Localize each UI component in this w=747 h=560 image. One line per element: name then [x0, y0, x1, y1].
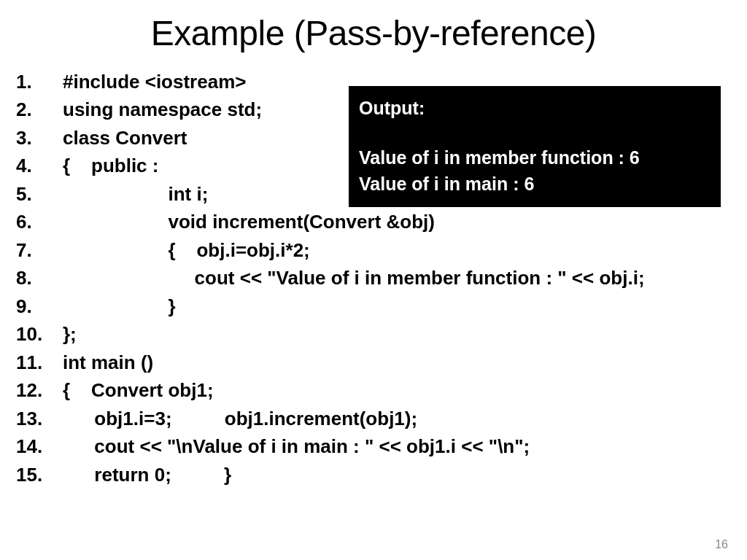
output-line: Value of i in main : 6	[359, 171, 711, 197]
code-line: { obj.i=obj.i*2;	[15, 236, 732, 264]
code-text: cout << "\nValue of i in main : " << obj…	[50, 432, 530, 460]
code-text: { public :	[50, 152, 158, 179]
code-text: obj1.i=3; obj1.increment(obj1);	[50, 405, 417, 432]
code-text: #include <iostream>	[50, 68, 246, 96]
output-label: Output:	[359, 95, 711, 121]
code-text: class Convert	[50, 124, 187, 152]
code-line: cout << "Value of i in member function :…	[15, 264, 732, 292]
page-number: 16	[715, 538, 728, 551]
output-box: Output: Value of i in member function : …	[349, 86, 721, 207]
code-text: int main ()	[50, 349, 153, 376]
code-text: { Convert obj1;	[50, 376, 214, 404]
code-text: int i;	[50, 180, 208, 208]
code-line: void increment(Convert &obj)	[15, 208, 732, 236]
code-text: void increment(Convert &obj)	[50, 208, 435, 236]
output-line: Value of i in member function : 6	[359, 144, 711, 171]
code-line: };	[15, 320, 732, 348]
code-text: using namespace std;	[50, 96, 262, 123]
code-text: return 0; }	[50, 461, 231, 489]
code-line: }	[15, 292, 732, 320]
slide-title: Example (Pass-by-reference)	[0, 0, 747, 68]
code-text: cout << "Value of i in member function :…	[50, 264, 645, 292]
code-line: cout << "\nValue of i in main : " << obj…	[15, 432, 732, 460]
code-line: { Convert obj1;	[15, 376, 732, 404]
code-line: obj1.i=3; obj1.increment(obj1);	[15, 405, 732, 432]
code-line: int main ()	[15, 349, 732, 376]
code-text: };	[50, 320, 77, 348]
code-text: }	[50, 292, 176, 320]
code-text: { obj.i=obj.i*2;	[50, 236, 310, 264]
code-line: return 0; }	[15, 461, 732, 489]
